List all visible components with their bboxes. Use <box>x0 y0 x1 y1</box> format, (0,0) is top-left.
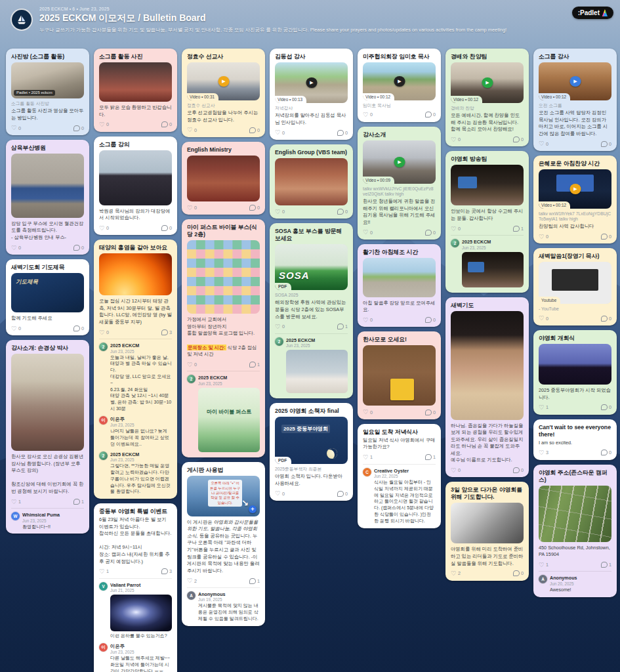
like-button[interactable]: ♡0 <box>451 467 461 474</box>
comment-button[interactable]: 0 <box>601 316 612 322</box>
card[interactable]: 정효수 선교사▶Video • 00:31정효수 선교사오후 선교경험담을 나누… <box>182 49 265 137</box>
card[interactable]: 2025 야영회 소책자 final2025 중동부야영회PDF2025중동부책… <box>270 403 353 501</box>
card[interactable]: 경배와 찬양팀▶Video • 00:12경배와 찬양모든 예배시간, 함께 찬… <box>445 49 529 146</box>
comment-button[interactable]: 0 <box>601 404 612 410</box>
attachment-label[interactable]: 저녁강사 <box>275 106 348 111</box>
card[interactable]: 일요일 도착 저녁식사일요일 저녁 식사 야영회에서 구매 가능한가요?♡11C… <box>358 424 441 528</box>
like-button[interactable]: ♡1 <box>99 568 109 575</box>
comment-button[interactable]: 1 <box>249 362 260 368</box>
photo[interactable]: 기도제목 <box>11 273 84 312</box>
photo[interactable] <box>451 503 524 543</box>
card[interactable]: 야영회 방송팀안보이는 곳에서 항상 수고해 주시는 분들. 감사합니다♡012… <box>445 151 529 292</box>
like-button[interactable]: ♡0 <box>451 226 461 232</box>
video-thumbnail[interactable]: ▶Video • 00:12 <box>451 62 524 103</box>
card[interactable]: 소그룹 강의박원경 목사님의 강의가 대강당에서 시작되었습니다.♡00 <box>94 136 177 236</box>
comment-button[interactable]: 0 <box>425 410 436 415</box>
comment-button[interactable]: 0 <box>513 467 524 473</box>
like-button[interactable]: ♡0 <box>539 234 548 240</box>
attachment-label[interactable]: 경배와 찬양 <box>451 106 524 111</box>
photo[interactable] <box>462 252 524 287</box>
comment-button[interactable]: 0 <box>73 245 85 251</box>
card[interactable]: 야영회 주소(존스타운 캠퍼스)450 Schoolhouse Rd, John… <box>533 465 617 597</box>
card[interactable]: 마이 퍼스트 바이블 부스(식당 2층)가정에서 교회에서 영아부터 장년까지 … <box>182 219 265 457</box>
like-button[interactable]: ♡0 <box>275 490 285 497</box>
play-button-icon[interactable]: ▶ <box>569 184 581 194</box>
like-button[interactable]: ♡1 <box>539 404 548 411</box>
like-button[interactable]: ♡0 <box>11 245 21 251</box>
comment-button[interactable]: 0 <box>161 225 173 231</box>
card[interactable]: 강사소개▶Video • 00:09talkv wxWVkUJYvC jiEfE… <box>358 127 441 240</box>
comment-button[interactable]: 0 <box>513 136 524 142</box>
like-button[interactable]: ♡0 <box>275 129 285 136</box>
photo[interactable]: 마이 바이블 퍼스트 <box>198 388 260 452</box>
card[interactable]: 활기찬 아침체조 시간아침 말씀후 강당 앞으로 모여주세요.♡00 <box>358 244 441 327</box>
comment-button[interactable]: 3 <box>161 329 173 335</box>
play-button-icon[interactable]: ▶ <box>218 76 229 87</box>
comment-button[interactable]: 1 <box>425 454 436 460</box>
comment-button[interactable]: 0 <box>161 121 173 127</box>
photo[interactable] <box>187 240 260 314</box>
photo[interactable] <box>110 595 172 631</box>
like-button[interactable]: ♡0 <box>363 229 373 236</box>
like-button[interactable]: ♡0 <box>187 127 197 133</box>
comment-button[interactable]: 0 <box>601 234 612 240</box>
pdf-attachment[interactable]: 2025 중동부야영회PDF <box>275 417 348 464</box>
comment-button[interactable]: 1 <box>601 562 612 568</box>
card[interactable]: 은혜로운 아침찬양 시간▶Video • 00:12talkv wxW1fhYe… <box>533 156 617 243</box>
card[interactable]: SOSA 홍보 부스를 방문해 보세요SOSAPDFSOSA 2025해외장학생… <box>270 223 353 398</box>
card[interactable]: 삼육부산병원강당 입구 부스에 오시면 혈관건강도를 측정해드립니다. - 삼육… <box>6 140 89 255</box>
card[interactable]: 소그룹 활동 사진모두 밝은 모습 환영하고 반갑습니다.♡00 <box>94 49 177 132</box>
card[interactable]: 태양의 홍염을 같아 보아요오늘 점심 시간 12시부터 태양 관측, 저녁 9… <box>94 240 177 499</box>
photo[interactable] <box>539 486 611 542</box>
photo[interactable] <box>99 253 172 295</box>
video-thumbnail[interactable]: ▶Video • 00:31 <box>187 62 260 100</box>
pdf-attachment[interactable]: SOSAPDF <box>275 244 348 290</box>
attachment-label[interactable]: SOSA 2025 <box>275 293 348 298</box>
attachment-label[interactable]: 2025중동부책자 최종본 <box>275 467 348 472</box>
photo[interactable] <box>11 354 84 451</box>
like-button[interactable]: ♡1 <box>11 499 21 505</box>
photo[interactable]: 오른쪽 아래 "+" 버튼을 누르시면 누구나 글/사진/링크를 작성 및 공유… <box>187 476 260 516</box>
play-button-icon[interactable]: ▶ <box>482 77 493 88</box>
card[interactable]: 중동부 야영회 특별 이벤트6월 23일 저녁 아름다운 별 보기 이벤트가 있… <box>94 503 177 672</box>
comment-button[interactable]: 0 <box>249 205 260 211</box>
photo[interactable] <box>11 154 84 218</box>
like-button[interactable]: ♡0 <box>99 121 109 128</box>
photo[interactable] <box>286 350 348 393</box>
padlet-logo[interactable]: :Padlet <box>572 7 613 19</box>
comment-button[interactable]: 3 <box>161 568 173 574</box>
card[interactable]: 새벽기도하나님. 좁은길을 가다가 하늘길을 보게 되는 경험을 우리도 할수있… <box>445 297 529 478</box>
comment-button[interactable]: 1 <box>249 578 260 584</box>
comment-button[interactable]: 1 <box>513 226 524 232</box>
video-thumbnail[interactable]: ▶Video • 00:13 <box>275 62 348 103</box>
play-button-icon[interactable]: ▶ <box>569 76 581 87</box>
photo[interactable] <box>187 156 260 201</box>
like-button[interactable]: ♡0 <box>187 362 197 368</box>
attachment-label[interactable]: 정효수 선교사 <box>187 103 260 108</box>
comment-button[interactable]: 0 <box>425 230 436 236</box>
like-button[interactable]: ♡3 <box>539 450 548 456</box>
like-button[interactable]: ♡0 <box>99 329 109 336</box>
card[interactable]: 야영회 개회식2025 중동부야영회가 시작 되었습니다.♡10 <box>533 330 617 415</box>
youtube-embed[interactable]: Youtube <box>539 262 611 304</box>
card[interactable]: Can't wait to see everyone there!I am so… <box>533 419 617 460</box>
photo[interactable] <box>363 258 436 297</box>
like-button[interactable]: ♡0 <box>363 317 373 324</box>
photo[interactable] <box>99 150 172 205</box>
like-button[interactable]: ♡2 <box>451 570 461 577</box>
comment-button[interactable]: 0 <box>249 127 260 133</box>
like-button[interactable]: ♡2 <box>187 578 197 584</box>
card[interactable]: 사진방 (소그룹 활동)Padlet • 2025 eckcm소그룹 활동 사진… <box>6 49 89 135</box>
photo[interactable] <box>451 165 524 205</box>
photo[interactable] <box>275 158 348 205</box>
attachment-label[interactable]: talkv wxW1fhYek7 7LxEoNgYDBUjCTo5wylA1 t… <box>539 211 611 222</box>
video-thumbnail[interactable]: ▶Video • 00:09 <box>363 140 436 184</box>
card[interactable]: 미주협의회장 임미호 목사▶Video • 00:12임미호 목사님♡00 <box>358 49 441 122</box>
card[interactable]: 소그룹 강사▶Video • 00:12오전 소그룹오전 소그룹 사역 담당자 … <box>533 49 617 151</box>
comment-button[interactable]: 0 <box>601 141 612 147</box>
like-button[interactable]: ♡0 <box>363 409 373 415</box>
comment-button[interactable]: 0 <box>337 130 348 136</box>
attachment-label[interactable]: 임미호 목사님 <box>363 103 436 108</box>
comment-button[interactable]: 1 <box>73 499 85 505</box>
comment-button[interactable]: 0 <box>73 125 85 131</box>
